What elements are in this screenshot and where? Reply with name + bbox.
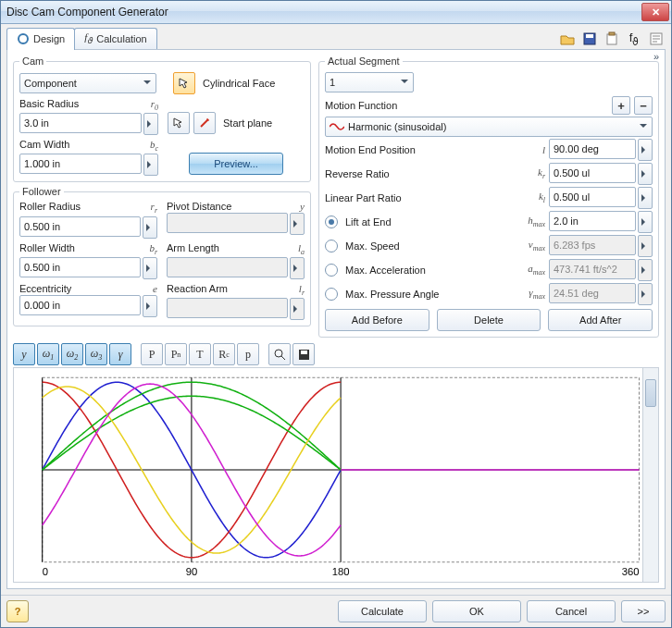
graph-rc-button[interactable]: Rc bbox=[213, 343, 235, 365]
cam-legend: Cam bbox=[19, 55, 46, 67]
basic-radius-input[interactable]: 3.0 in bbox=[19, 113, 142, 133]
delete-button[interactable]: Delete bbox=[437, 309, 541, 331]
window-title: Disc Cam Component Generator bbox=[6, 6, 641, 18]
radio-lift[interactable] bbox=[325, 215, 338, 228]
segment-group: Actual Segment 1 Motion Function + − Har… bbox=[318, 55, 659, 338]
roller-radius-label: Roller Radius bbox=[19, 201, 137, 212]
ecc-input[interactable]: 0.000 in bbox=[19, 295, 141, 315]
arm-label: Arm Length bbox=[167, 242, 284, 253]
graph-scrollbar[interactable] bbox=[642, 368, 658, 582]
lin-ratio-menu[interactable] bbox=[638, 187, 653, 209]
press-menu bbox=[638, 283, 653, 305]
svg-rect-4 bbox=[609, 32, 615, 35]
add-before-button[interactable]: Add Before bbox=[325, 309, 429, 331]
graph-gamma-button[interactable]: γ bbox=[109, 343, 131, 365]
cam-component-combo[interactable]: Component bbox=[19, 73, 156, 93]
notes-icon[interactable] bbox=[647, 30, 666, 48]
save-icon[interactable] bbox=[580, 30, 599, 48]
lin-ratio-input[interactable]: 0.500 ul bbox=[549, 187, 636, 207]
roller-width-label: Roller Width bbox=[19, 242, 137, 253]
graph-w3-button[interactable]: ω3 bbox=[85, 343, 107, 365]
opt-acc-label: Max. Acceleration bbox=[345, 265, 521, 276]
svg-rect-2 bbox=[586, 34, 593, 38]
react-menu bbox=[290, 298, 305, 320]
lift-menu[interactable] bbox=[638, 211, 653, 233]
rev-ratio-input[interactable]: 0.500 ul bbox=[549, 163, 636, 183]
tab-design[interactable]: Design bbox=[6, 28, 75, 50]
preview-button[interactable]: Preview... bbox=[189, 153, 283, 175]
sine-icon bbox=[330, 121, 344, 132]
segment-legend: Actual Segment bbox=[325, 55, 403, 67]
basic-radius-menu[interactable] bbox=[143, 113, 158, 135]
help-button[interactable]: ? bbox=[6, 600, 29, 622]
pick-face-icon[interactable] bbox=[173, 72, 195, 94]
tab-design-label: Design bbox=[33, 33, 65, 44]
roller-width-menu[interactable] bbox=[143, 257, 157, 279]
graph-w2-button[interactable]: ω2 bbox=[61, 343, 83, 365]
fx-toolbar-icon[interactable]: fϑ bbox=[625, 30, 643, 48]
roller-radius-menu[interactable] bbox=[143, 216, 157, 239]
end-pos-menu[interactable] bbox=[638, 139, 653, 161]
graph-p-button[interactable]: P bbox=[141, 343, 163, 365]
pivot-input bbox=[167, 213, 288, 233]
fx-icon: fϑ bbox=[84, 31, 93, 45]
add-after-button[interactable]: Add After bbox=[548, 309, 653, 331]
flip-plane-icon[interactable] bbox=[193, 112, 216, 134]
lift-input[interactable]: 2.0 in bbox=[549, 211, 636, 231]
end-pos-input[interactable]: 90.00 deg bbox=[549, 139, 636, 159]
expand-button[interactable]: >> bbox=[621, 600, 666, 622]
cam-width-sym: bc bbox=[138, 139, 158, 153]
cyl-face-label: Cylindrical Face bbox=[203, 78, 275, 89]
press-input: 24.51 deg bbox=[549, 283, 636, 303]
pick-plane-icon[interactable] bbox=[168, 112, 190, 134]
basic-radius-sym: r0 bbox=[138, 98, 158, 112]
graph-t-button[interactable]: T bbox=[189, 343, 211, 365]
cam-width-menu[interactable] bbox=[143, 154, 158, 176]
titlebar[interactable]: Disc Cam Component Generator ✕ bbox=[1, 1, 671, 24]
rev-ratio-label: Reverse Ratio bbox=[325, 168, 521, 179]
radio-speed[interactable] bbox=[325, 240, 338, 252]
add-segment-button[interactable]: + bbox=[612, 96, 630, 115]
svg-text:0: 0 bbox=[43, 566, 48, 577]
svg-text:180: 180 bbox=[332, 566, 350, 577]
graph-area[interactable]: 090180360 bbox=[13, 367, 659, 583]
graph-smallp-button[interactable]: p bbox=[237, 343, 259, 365]
tab-calculation[interactable]: fϑ Calculation bbox=[74, 28, 156, 50]
graph-w1-button[interactable]: ω1 bbox=[37, 343, 59, 365]
radio-acc[interactable] bbox=[325, 264, 338, 277]
svg-point-0 bbox=[19, 34, 28, 43]
roller-radius-input[interactable]: 0.500 in bbox=[19, 216, 141, 237]
speed-menu bbox=[638, 235, 653, 257]
graph-plot: 090180360 bbox=[14, 368, 658, 583]
pivot-menu bbox=[290, 213, 305, 235]
ecc-menu[interactable] bbox=[143, 295, 157, 317]
close-button[interactable]: ✕ bbox=[641, 3, 669, 21]
calculate-button[interactable]: Calculate bbox=[338, 600, 427, 622]
speed-input: 6.283 fps bbox=[549, 235, 636, 255]
remove-segment-button[interactable]: − bbox=[634, 96, 653, 115]
segment-combo[interactable]: 1 bbox=[325, 72, 414, 92]
motion-fn-combo[interactable]: Harmonic (sinusoidal) bbox=[325, 117, 653, 137]
open-icon[interactable] bbox=[558, 30, 577, 48]
opt-press-label: Max. Pressure Angle bbox=[345, 289, 521, 300]
clipboard-icon[interactable] bbox=[603, 30, 621, 48]
roller-width-input[interactable]: 0.500 in bbox=[19, 257, 141, 277]
graph-pn-button[interactable]: Pn bbox=[165, 343, 187, 365]
svg-rect-8 bbox=[301, 351, 307, 354]
ok-button[interactable]: OK bbox=[432, 600, 521, 622]
end-pos-label: Motion End Position bbox=[325, 144, 521, 155]
opt-speed-label: Max. Speed bbox=[345, 240, 521, 252]
radio-press[interactable] bbox=[325, 288, 338, 301]
arm-input bbox=[167, 257, 288, 277]
cam-group: Cam Component Cylindrical Face Basic Rad bbox=[13, 55, 311, 182]
panel-collapse-right[interactable]: » bbox=[650, 50, 663, 63]
cancel-button[interactable]: Cancel bbox=[527, 600, 616, 622]
acc-input: 473.741 ft/s^2 bbox=[549, 259, 636, 279]
svg-text:90: 90 bbox=[186, 566, 198, 577]
rev-ratio-menu[interactable] bbox=[638, 163, 653, 185]
graph-y-button[interactable]: y bbox=[13, 343, 35, 365]
scroll-thumb[interactable] bbox=[645, 379, 656, 407]
cam-width-input[interactable]: 1.000 in bbox=[19, 154, 142, 174]
graph-save-button[interactable] bbox=[292, 343, 315, 365]
graph-zoom-button[interactable] bbox=[268, 343, 291, 365]
